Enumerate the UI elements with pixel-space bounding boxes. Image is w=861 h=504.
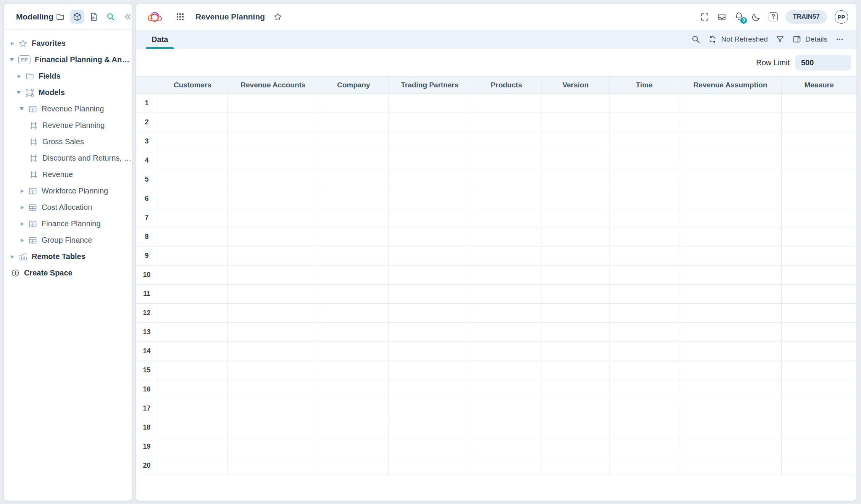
inbox-icon[interactable] [717, 12, 727, 22]
row-number[interactable]: 8 [136, 227, 158, 246]
table-cell[interactable] [319, 285, 389, 303]
table-cell[interactable] [609, 323, 679, 341]
tree-item-remote-tables[interactable]: Remote Tables [4, 248, 132, 265]
table-cell[interactable] [609, 380, 679, 399]
details-button[interactable]: Details [792, 35, 827, 44]
table-cell[interactable] [542, 246, 609, 265]
table-cell[interactable] [542, 113, 609, 132]
model-report-button[interactable] [87, 10, 101, 24]
table-cell[interactable] [158, 342, 227, 361]
expand-arrow-icon[interactable] [20, 107, 28, 111]
table-cell[interactable] [679, 418, 782, 437]
table-cell[interactable] [389, 399, 471, 418]
table-cell[interactable] [227, 361, 319, 380]
table-cell[interactable] [227, 94, 319, 113]
table-cell[interactable] [782, 189, 856, 208]
table-cell[interactable] [782, 132, 856, 151]
table-cell[interactable] [319, 437, 389, 456]
row-number[interactable]: 10 [136, 266, 158, 284]
table-cell[interactable] [471, 94, 542, 113]
table-cell[interactable] [319, 246, 389, 265]
table-cell[interactable] [227, 304, 319, 322]
table-cell[interactable] [782, 227, 856, 246]
row-number[interactable]: 4 [136, 151, 158, 170]
table-cell[interactable] [319, 113, 389, 132]
table-cell[interactable] [158, 132, 227, 151]
table-cell[interactable] [319, 132, 389, 151]
table-cell[interactable] [389, 113, 471, 132]
table-cell[interactable] [609, 437, 679, 456]
expand-arrow-icon[interactable] [10, 255, 18, 259]
fullscreen-icon[interactable] [700, 12, 709, 22]
table-cell[interactable] [319, 399, 389, 418]
table-cell[interactable] [542, 208, 609, 227]
table-cell[interactable] [227, 132, 319, 151]
table-cell[interactable] [542, 437, 609, 456]
table-cell[interactable] [319, 170, 389, 189]
table-cell[interactable] [227, 285, 319, 303]
table-cell[interactable] [471, 170, 542, 189]
table-cell[interactable] [542, 227, 609, 246]
tab-data[interactable]: Data [146, 30, 174, 49]
table-cell[interactable] [782, 208, 856, 227]
column-header-measure[interactable]: Measure [782, 77, 856, 93]
row-number[interactable]: 12 [136, 304, 158, 322]
sidebar-search-button[interactable] [104, 10, 118, 24]
tree-item-revenue[interactable]: Revenue [4, 166, 132, 183]
tenant-badge[interactable]: TRAIN57 [785, 10, 827, 24]
row-number[interactable]: 13 [136, 323, 158, 341]
table-cell[interactable] [227, 342, 319, 361]
table-cell[interactable] [542, 170, 609, 189]
row-limit-input[interactable] [795, 55, 851, 71]
row-number[interactable]: 16 [136, 380, 158, 399]
tree-item-favorites[interactable]: Favorites [4, 35, 132, 52]
table-cell[interactable] [782, 342, 856, 361]
filter-icon[interactable] [776, 35, 785, 44]
table-cell[interactable] [158, 323, 227, 341]
modeller-button[interactable] [70, 10, 84, 24]
table-cell[interactable] [782, 94, 856, 113]
table-cell[interactable] [389, 285, 471, 303]
table-cell[interactable] [389, 323, 471, 341]
table-cell[interactable] [679, 361, 782, 380]
table-cell[interactable] [158, 361, 227, 380]
table-cell[interactable] [609, 246, 679, 265]
table-cell[interactable] [471, 208, 542, 227]
table-cell[interactable] [782, 399, 856, 418]
tree-item-revenue-planning[interactable]: Revenue Planning [4, 117, 132, 134]
tree-item-cost-allocation[interactable]: Cost Allocation [4, 199, 132, 216]
table-cell[interactable] [227, 399, 319, 418]
table-cell[interactable] [609, 113, 679, 132]
table-cell[interactable] [609, 151, 679, 170]
table-cell[interactable] [471, 132, 542, 151]
table-cell[interactable] [389, 266, 471, 284]
table-cell[interactable] [609, 342, 679, 361]
table-cell[interactable] [679, 170, 782, 189]
column-header-version[interactable]: Version [542, 77, 609, 93]
dark-mode-moon-icon[interactable] [751, 12, 761, 22]
table-cell[interactable] [319, 456, 389, 475]
table-cell[interactable] [319, 361, 389, 380]
row-number[interactable]: 20 [136, 456, 158, 475]
table-cell[interactable] [227, 418, 319, 437]
table-cell[interactable] [679, 266, 782, 284]
table-cell[interactable] [679, 246, 782, 265]
table-cell[interactable] [542, 285, 609, 303]
column-header-customers[interactable]: Customers [158, 77, 227, 93]
table-cell[interactable] [389, 418, 471, 437]
table-cell[interactable] [389, 437, 471, 456]
table-cell[interactable] [227, 189, 319, 208]
tree-item-revenue-planning[interactable]: Revenue Planning [4, 101, 132, 117]
tree-item-workforce-planning[interactable]: Workforce Planning [4, 183, 132, 199]
table-cell[interactable] [389, 456, 471, 475]
row-number[interactable]: 1 [136, 94, 158, 113]
expand-arrow-icon[interactable] [20, 222, 28, 226]
table-cell[interactable] [471, 342, 542, 361]
row-number[interactable]: 11 [136, 285, 158, 303]
tree-item-group-finance[interactable]: Group Finance [4, 232, 132, 248]
table-cell[interactable] [471, 189, 542, 208]
more-options-icon[interactable] [835, 35, 844, 44]
table-cell[interactable] [542, 418, 609, 437]
table-cell[interactable] [158, 266, 227, 284]
table-cell[interactable] [158, 113, 227, 132]
